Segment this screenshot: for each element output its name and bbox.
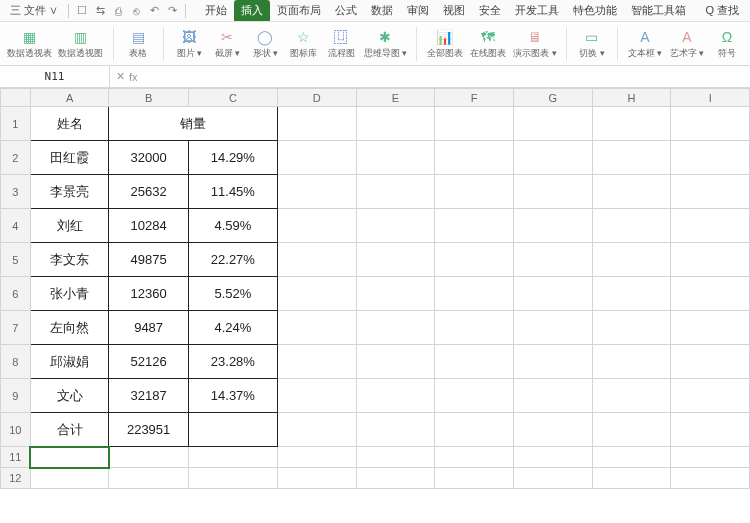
- cell[interactable]: [30, 468, 109, 489]
- cell[interactable]: [671, 311, 750, 345]
- tab-features[interactable]: 特色功能: [566, 0, 624, 21]
- cell[interactable]: 52126: [109, 345, 188, 379]
- row-header[interactable]: 10: [1, 413, 31, 447]
- cell[interactable]: [513, 345, 592, 379]
- cell[interactable]: [671, 345, 750, 379]
- row-header[interactable]: 3: [1, 175, 31, 209]
- cell[interactable]: [513, 413, 592, 447]
- pivot-table-button[interactable]: ▦ 数据透视表: [6, 27, 53, 60]
- row-header[interactable]: 1: [1, 107, 31, 141]
- cell[interactable]: 49875: [109, 243, 188, 277]
- col-header-B[interactable]: B: [109, 89, 188, 107]
- tab-page-layout[interactable]: 页面布局: [270, 0, 328, 21]
- cell[interactable]: [356, 311, 435, 345]
- cell[interactable]: [592, 141, 671, 175]
- tab-dev[interactable]: 开发工具: [508, 0, 566, 21]
- cell[interactable]: [513, 311, 592, 345]
- quick-preview-icon[interactable]: ⎙: [111, 5, 125, 17]
- cell[interactable]: [435, 379, 514, 413]
- cell[interactable]: [671, 175, 750, 209]
- cell[interactable]: 邱淑娟: [30, 345, 109, 379]
- cell[interactable]: 32187: [109, 379, 188, 413]
- wordart-button[interactable]: A 艺术字 ▾: [668, 27, 706, 60]
- cell[interactable]: [277, 175, 356, 209]
- cell[interactable]: [671, 379, 750, 413]
- col-header-G[interactable]: G: [513, 89, 592, 107]
- quick-print-icon[interactable]: ⇆: [93, 4, 107, 17]
- cell[interactable]: 销量: [109, 107, 277, 141]
- icon-lib-button[interactable]: ☆ 图标库: [286, 27, 320, 60]
- cell[interactable]: [592, 277, 671, 311]
- col-header-E[interactable]: E: [356, 89, 435, 107]
- cell[interactable]: [435, 277, 514, 311]
- cell[interactable]: 25632: [109, 175, 188, 209]
- cell[interactable]: [671, 413, 750, 447]
- cell[interactable]: [671, 141, 750, 175]
- quick-save-icon[interactable]: ☐: [75, 4, 89, 17]
- cell[interactable]: [671, 209, 750, 243]
- cell[interactable]: [277, 447, 356, 468]
- cell[interactable]: [188, 447, 277, 468]
- cell[interactable]: [435, 311, 514, 345]
- cell[interactable]: 田红霞: [30, 141, 109, 175]
- cell[interactable]: [592, 379, 671, 413]
- cell[interactable]: 左向然: [30, 311, 109, 345]
- col-header-I[interactable]: I: [671, 89, 750, 107]
- cell[interactable]: [592, 311, 671, 345]
- cell[interactable]: 文心: [30, 379, 109, 413]
- pivot-chart-button[interactable]: ▥ 数据透视图: [57, 27, 104, 60]
- cell[interactable]: [592, 413, 671, 447]
- cell[interactable]: [592, 175, 671, 209]
- cell[interactable]: [435, 175, 514, 209]
- cell[interactable]: [671, 468, 750, 489]
- cell[interactable]: 32000: [109, 141, 188, 175]
- row-header[interactable]: 9: [1, 379, 31, 413]
- cell[interactable]: 9487: [109, 311, 188, 345]
- textbox-button[interactable]: A 文本框 ▾: [626, 27, 664, 60]
- cell[interactable]: [513, 175, 592, 209]
- cell[interactable]: [277, 379, 356, 413]
- cell[interactable]: 10284: [109, 209, 188, 243]
- cell[interactable]: [592, 209, 671, 243]
- cell[interactable]: 李文东: [30, 243, 109, 277]
- cell[interactable]: 5.52%: [188, 277, 277, 311]
- cell[interactable]: 22.27%: [188, 243, 277, 277]
- cell[interactable]: [435, 209, 514, 243]
- quick-pdf-icon[interactable]: ⎋: [129, 5, 143, 17]
- row-header[interactable]: 8: [1, 345, 31, 379]
- switch-button[interactable]: ▭ 切换 ▾: [575, 27, 609, 60]
- cell[interactable]: [592, 107, 671, 141]
- cell[interactable]: [435, 413, 514, 447]
- cell[interactable]: [592, 447, 671, 468]
- cell[interactable]: [356, 413, 435, 447]
- row-header[interactable]: 6: [1, 277, 31, 311]
- cell[interactable]: [356, 277, 435, 311]
- cell[interactable]: [277, 413, 356, 447]
- picture-button[interactable]: 🖼 图片 ▾: [172, 27, 206, 60]
- cell[interactable]: 姓名: [30, 107, 109, 141]
- cell[interactable]: [277, 345, 356, 379]
- cell[interactable]: 12360: [109, 277, 188, 311]
- tab-smart-tools[interactable]: 智能工具箱: [624, 0, 693, 21]
- cell[interactable]: [513, 107, 592, 141]
- cell[interactable]: [435, 345, 514, 379]
- cell[interactable]: [671, 447, 750, 468]
- screenshot-button[interactable]: ✂ 截屏 ▾: [210, 27, 244, 60]
- cell[interactable]: [356, 107, 435, 141]
- cell[interactable]: [277, 141, 356, 175]
- tab-insert[interactable]: 插入: [234, 0, 270, 21]
- cell[interactable]: [356, 345, 435, 379]
- cell[interactable]: [592, 468, 671, 489]
- cell[interactable]: [513, 379, 592, 413]
- col-header-A[interactable]: A: [30, 89, 109, 107]
- tab-security[interactable]: 安全: [472, 0, 508, 21]
- cell[interactable]: [513, 447, 592, 468]
- cell[interactable]: 李景亮: [30, 175, 109, 209]
- online-charts-button[interactable]: 🗺 在线图表: [469, 27, 508, 60]
- cell[interactable]: 11.45%: [188, 175, 277, 209]
- grid[interactable]: A B C D E F G H I 1 姓名 销量 2 田红霞 32000 14…: [0, 88, 750, 489]
- tab-start[interactable]: 开始: [198, 0, 234, 21]
- table-button[interactable]: ▤ 表格: [121, 27, 155, 60]
- symbol-button[interactable]: Ω 符号: [710, 27, 744, 60]
- spreadsheet[interactable]: A B C D E F G H I 1 姓名 销量 2 田红霞 32000 14…: [0, 88, 750, 523]
